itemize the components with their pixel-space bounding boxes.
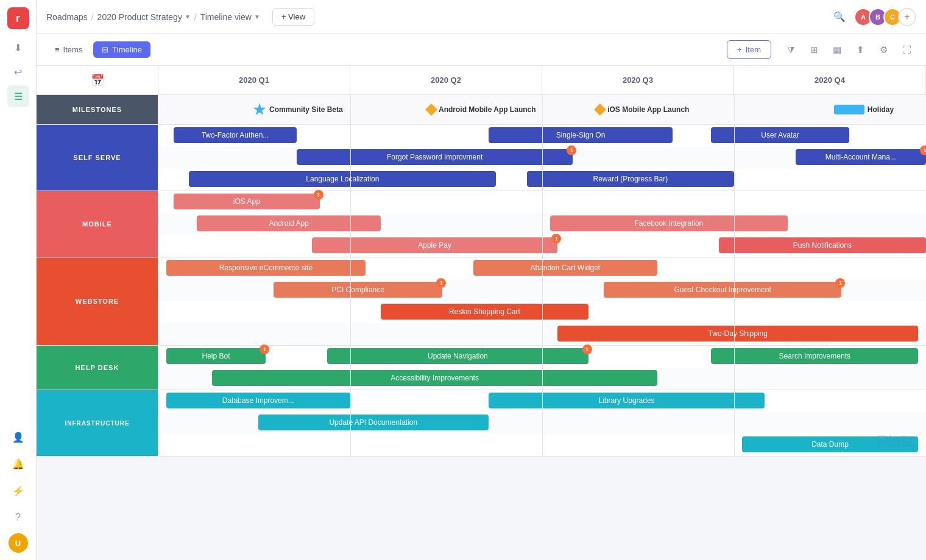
- sidebar-item-bolt[interactable]: ⚡: [7, 480, 29, 502]
- toolbar-actions: ⧩ ⊞ ▦ ⬆ ⚙ ⛶: [781, 40, 916, 60]
- group-content-milestones: Community Site Beta Android Mobile App L…: [158, 95, 926, 124]
- group-label-milestones: MILESTONES: [37, 95, 158, 124]
- bar-library-upgrades[interactable]: Library Upgrades: [489, 393, 765, 408]
- group-infrastructure: INFRASTRUCTURE Database Improvem...: [37, 390, 926, 457]
- bar-user-avatar[interactable]: User Avatar: [711, 127, 849, 143]
- badge-update-nav: 1: [582, 345, 592, 354]
- add-avatar-button[interactable]: +: [898, 8, 916, 26]
- group-label-mobile: MOBILE: [37, 191, 158, 257]
- timeline-container[interactable]: 📅 2020 Q1 2020 Q2 2020 Q3 2020 Q4 MILEST…: [37, 66, 926, 560]
- quarter-q4: 2020 Q4: [734, 66, 926, 94]
- header: Roadmaps / 2020 Product Strategy ▼ / Tim…: [37, 0, 926, 34]
- breadcrumb: Roadmaps / 2020 Product Strategy ▼ / Tim…: [46, 12, 260, 22]
- bar-pci-compliance[interactable]: PCI Compliance: [274, 282, 442, 298]
- add-view-button[interactable]: + View: [272, 8, 314, 26]
- bar-apple-pay[interactable]: Apple Pay: [312, 237, 557, 253]
- milestone-community-site-beta: Community Site Beta: [253, 103, 343, 116]
- sidebar-item-people[interactable]: 👤: [7, 426, 29, 448]
- project-dropdown-arrow: ▼: [185, 13, 191, 20]
- timeline-quarters: 2020 Q1 2020 Q2 2020 Q3 2020 Q4: [158, 66, 926, 94]
- badge-pci: 1: [436, 278, 446, 288]
- items-tab-label: Items: [63, 45, 83, 54]
- group-content-webstore: Responsive eCommerce site Abandon Cart W…: [158, 257, 926, 345]
- bar-database[interactable]: Database Improvem...: [166, 393, 350, 408]
- bar-multi-account[interactable]: Multi-Account Mana...: [796, 149, 926, 165]
- settings-button[interactable]: ⚙: [874, 40, 893, 60]
- search-icon[interactable]: 🔍: [831, 9, 848, 25]
- breadcrumb-project[interactable]: 2020 Product Strategy ▼: [97, 12, 191, 22]
- badge-help-bot: 1: [260, 345, 269, 354]
- sidebar-item-help[interactable]: ?: [7, 506, 29, 528]
- badge-forgot-password: 1: [567, 145, 576, 155]
- group-content-selfserve: Two-Factor Authen... Single-Sign On User…: [158, 125, 926, 191]
- bar-language-localization[interactable]: Language Localization: [189, 171, 496, 187]
- timeline-label-col: 📅: [37, 66, 158, 94]
- bar-two-day-shipping[interactable]: Two-Day Shipping: [557, 326, 918, 341]
- group-label-webstore: WEBSTORE: [37, 257, 158, 345]
- timeline-inner: 📅 2020 Q1 2020 Q2 2020 Q3 2020 Q4 MILEST…: [37, 66, 926, 457]
- breadcrumb-view[interactable]: Timeline view ▼: [200, 12, 260, 22]
- group-milestones: MILESTONES Community Site Beta: [37, 95, 926, 125]
- fullscreen-button[interactable]: ⛶: [897, 40, 916, 60]
- calendar-icon: 📅: [91, 74, 104, 87]
- sidebar-item-history[interactable]: ↩: [7, 61, 29, 83]
- user-avatar[interactable]: U: [9, 533, 28, 553]
- platz-watermark: Platz: [877, 432, 914, 451]
- bar-two-factor[interactable]: Two-Factor Authen...: [174, 127, 297, 143]
- sidebar-item-notifications[interactable]: 🔔: [7, 453, 29, 475]
- group-selfserve: SELF SERVE Two-Factor Authen... Sin: [37, 125, 926, 191]
- breadcrumb-root[interactable]: Roadmaps: [46, 12, 88, 22]
- badge-multi-account: 1: [920, 145, 926, 155]
- badge-ios-app: 3: [314, 190, 323, 200]
- sidebar-item-download[interactable]: ⬇: [7, 37, 29, 58]
- bar-search-improvements[interactable]: Search Improvements: [711, 348, 918, 364]
- timeline-tab-label: Timeline: [112, 45, 142, 54]
- group-content-mobile: iOS App 3 Android App Facebook Integrati…: [158, 191, 926, 257]
- tab-items[interactable]: ≡ Items: [46, 41, 91, 58]
- tab-timeline[interactable]: ⊟ Timeline: [93, 41, 150, 58]
- add-item-icon: +: [737, 45, 742, 54]
- sidebar: r ⬇ ↩ ☰ 👤 🔔 ⚡ ? U: [0, 0, 37, 560]
- sidebar-item-roadmap[interactable]: ☰: [7, 85, 29, 107]
- bar-reskin-cart[interactable]: Reskin Shopping Cart: [381, 304, 588, 320]
- add-item-label: Item: [746, 45, 761, 54]
- quarter-q2: 2020 Q2: [350, 66, 542, 94]
- quarter-q1: 2020 Q1: [158, 66, 350, 94]
- group-webstore: WEBSTORE Responsive eCommerce site: [37, 257, 926, 346]
- bar-update-api[interactable]: Update API Documentation: [258, 415, 489, 430]
- bar-abandon-cart[interactable]: Abandon Cart Widget: [473, 260, 657, 276]
- filter-button[interactable]: ⧩: [781, 40, 801, 60]
- group-label-helpdesk: HELP DESK: [37, 346, 158, 390]
- add-item-button[interactable]: + Item: [727, 40, 771, 59]
- bar-reward-progress[interactable]: Reward (Progress Bar): [527, 171, 734, 187]
- group-content-infrastructure: Database Improvem... Library Upgrades Up…: [158, 390, 926, 456]
- bar-ios-app[interactable]: iOS App: [174, 194, 319, 209]
- group-label-infrastructure: INFRASTRUCTURE: [37, 390, 158, 456]
- bar-help-bot[interactable]: Help Bot: [166, 348, 266, 364]
- group-button[interactable]: ⊞: [804, 40, 824, 60]
- badge-guest-checkout: 1: [835, 278, 845, 288]
- bar-android-app[interactable]: Android App: [197, 215, 381, 231]
- bar-responsive-ecommerce[interactable]: Responsive eCommerce site: [166, 260, 366, 276]
- main-content: Roadmaps / 2020 Product Strategy ▼ / Tim…: [37, 0, 926, 560]
- bar-update-navigation[interactable]: Update Navigation: [327, 348, 588, 364]
- bar-guest-checkout[interactable]: Guest Checkout Improvement: [604, 282, 842, 298]
- milestone-android-launch: Android Mobile App Launch: [427, 105, 536, 114]
- timeline-body: MILESTONES Community Site Beta: [37, 95, 926, 457]
- export-button[interactable]: ⬆: [850, 40, 870, 60]
- bar-push-notifications[interactable]: Push Notifications: [719, 237, 926, 253]
- badge-apple-pay: 1: [551, 234, 561, 243]
- user-avatars: A B C +: [854, 8, 916, 26]
- quarter-q3: 2020 Q3: [542, 66, 734, 94]
- group-label-selfserve: SELF SERVE: [37, 125, 158, 191]
- columns-button[interactable]: ▦: [827, 40, 847, 60]
- group-mobile: MOBILE iOS App 3: [37, 191, 926, 257]
- bar-forgot-password[interactable]: Forgot Password Improvment: [297, 149, 573, 165]
- bar-single-signon[interactable]: Single-Sign On: [489, 127, 673, 143]
- bar-facebook-integration[interactable]: Facebook Integration: [550, 215, 788, 231]
- bar-accessibility[interactable]: Accessibility Improvements: [212, 370, 657, 386]
- toolbar: ≡ Items ⊟ Timeline + Item ⧩ ⊞ ▦ ⬆ ⚙ ⛶: [37, 34, 926, 66]
- timeline-header: 📅 2020 Q1 2020 Q2 2020 Q3 2020 Q4: [37, 66, 926, 95]
- app-logo[interactable]: r: [7, 7, 29, 29]
- timeline-tab-icon: ⊟: [102, 45, 108, 54]
